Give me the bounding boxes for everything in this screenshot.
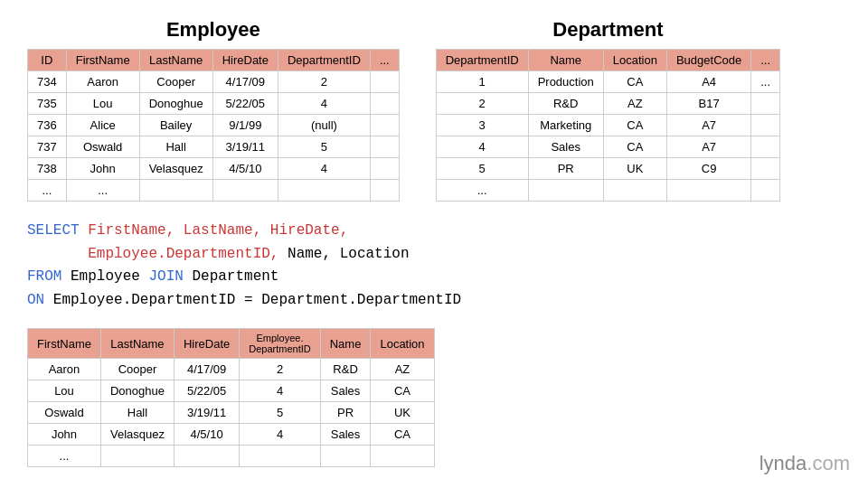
res-header-emp-deptid: Employee.DepartmentID (240, 329, 320, 359)
table-row: ... (436, 180, 779, 202)
dept-header-location: Location (603, 50, 666, 71)
department-table-block: Department DepartmentID Name Location Bu… (436, 18, 780, 202)
emp-header-hiredate: HireDate (212, 50, 278, 71)
dept-header-name: Name (528, 50, 603, 71)
sql-section: SELECT FirstName, LastName, HireDate, Em… (27, 220, 841, 312)
sql-line1: SELECT FirstName, LastName, HireDate, (27, 220, 841, 243)
emp-header-ellipsis: ... (370, 50, 399, 71)
table-row: ... ... (28, 180, 400, 202)
table-row: Lou Donoghue 5/22/05 4 Sales CA (28, 380, 435, 402)
table-row: 734 Aaron Cooper 4/17/09 2 (28, 71, 400, 93)
table-row: 738 John Velasquez 4/5/10 4 (28, 158, 400, 180)
table-row: ... (28, 446, 435, 467)
department-table: DepartmentID Name Location BudgetCode ..… (436, 49, 780, 202)
dept-header-ellipsis: ... (751, 50, 780, 71)
res-header-hiredate: HireDate (174, 329, 239, 359)
emp-header-firstname: FirstName (66, 50, 139, 71)
result-section: FirstName LastName HireDate Employee.Dep… (27, 328, 841, 467)
sql-line4: ON Employee.DepartmentID = Department.De… (27, 289, 841, 313)
sql-line2: Employee.DepartmentID, Name, Location (27, 243, 841, 267)
emp-header-lastname: LastName (139, 50, 212, 71)
table-row: 735 Lou Donoghue 5/22/05 4 (28, 93, 400, 115)
employee-table-block: Employee ID FirstName LastName HireDate … (27, 18, 400, 202)
table-row: 4 Sales CA A7 (436, 136, 779, 158)
dept-header-budget: BudgetCode (666, 50, 750, 71)
table-row: 3 Marketing CA A7 (436, 115, 779, 136)
dept-header-id: DepartmentID (436, 50, 528, 71)
table-row: 2 R&D AZ B17 (436, 93, 779, 115)
table-row: Oswald Hall 3/19/11 5 PR UK (28, 402, 435, 424)
watermark-text: lynda (760, 452, 807, 474)
table-row: 1 Production CA A4 ... (436, 71, 779, 93)
res-header-lastname: LastName (100, 329, 174, 359)
res-header-firstname: FirstName (28, 329, 101, 359)
department-title: Department (552, 18, 663, 42)
table-row: 737 Oswald Hall 3/19/11 5 (28, 136, 400, 158)
tables-section: Employee ID FirstName LastName HireDate … (27, 18, 841, 202)
table-row: 5 PR UK C9 (436, 158, 779, 180)
watermark: lynda.com (760, 452, 850, 475)
emp-header-deptid: DepartmentID (278, 50, 370, 71)
table-row: John Velasquez 4/5/10 4 Sales CA (28, 424, 435, 446)
table-row: 736 Alice Bailey 9/1/99 (null) (28, 115, 400, 136)
result-table: FirstName LastName HireDate Employee.Dep… (27, 328, 435, 467)
employee-table: ID FirstName LastName HireDate Departmen… (27, 49, 400, 202)
sql-line3: FROM Employee JOIN Department (27, 266, 841, 289)
res-header-location: Location (371, 329, 434, 359)
emp-header-id: ID (28, 50, 67, 71)
res-header-name: Name (320, 329, 371, 359)
employee-title: Employee (166, 18, 260, 42)
main-container: Employee ID FirstName LastName HireDate … (0, 0, 868, 485)
table-row: Aaron Cooper 4/17/09 2 R&D AZ (28, 359, 435, 380)
